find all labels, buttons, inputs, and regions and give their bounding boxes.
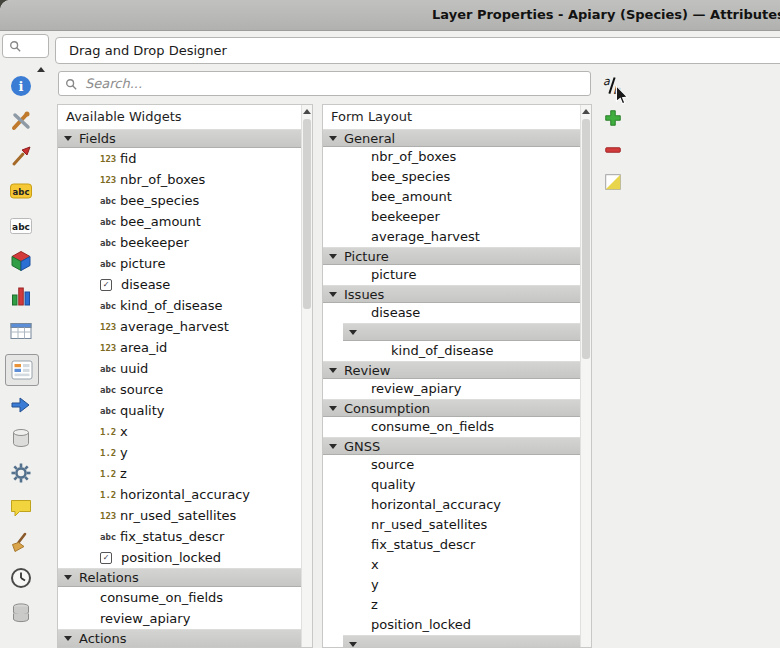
widget-item[interactable]: abcbee_species <box>58 190 302 211</box>
widget-item[interactable]: 1.2horizontal_accuracy <box>58 484 302 505</box>
form-field-item[interactable]: quality <box>323 475 581 495</box>
form-container-issues[interactable]: Issues <box>323 285 581 303</box>
widget-item[interactable]: 123nbr_of_boxes <box>58 169 302 190</box>
add-container-button[interactable] <box>601 106 625 130</box>
widget-item-label: average_harvest <box>120 319 229 334</box>
properties-tab-bar: iabcabc <box>0 64 50 648</box>
widget-item[interactable]: 1.2z <box>58 463 302 484</box>
available-widgets-scrollbar[interactable] <box>301 105 312 647</box>
widget-group-relations[interactable]: Relations <box>58 568 302 587</box>
variables-icon[interactable] <box>5 601 37 625</box>
widget-item[interactable]: abcbeekeeper <box>58 232 302 253</box>
form-field-item[interactable]: nbr_of_boxes <box>323 147 581 167</box>
titlebar[interactable]: Layer Properties - Apiary (Species) — At… <box>0 0 780 31</box>
form-container-unnamed[interactable] <box>343 323 581 341</box>
information-icon[interactable]: i <box>5 74 37 98</box>
widget-item[interactable]: abcsource <box>58 379 302 400</box>
form-field-item[interactable]: position_locked <box>323 615 581 635</box>
widget-item[interactable]: abcbee_amount <box>58 211 302 232</box>
widget-item[interactable]: abcpicture <box>58 253 302 274</box>
scrollbar-thumb[interactable] <box>582 119 590 359</box>
widget-item[interactable]: abcquality <box>58 400 302 421</box>
text-field-icon: abc <box>100 259 120 269</box>
form-layout-title: Form Layout <box>323 105 591 129</box>
widget-item-label: source <box>120 382 163 397</box>
widget-item-label: picture <box>120 256 165 271</box>
widget-item[interactable]: abckind_of_disease <box>58 295 302 316</box>
container-label: Issues <box>344 287 384 302</box>
widget-item[interactable]: 123fid <box>58 148 302 169</box>
form-field-item[interactable]: z <box>323 595 581 615</box>
form-field-item[interactable]: y <box>323 575 581 595</box>
temporal-icon[interactable] <box>5 566 37 590</box>
widget-item[interactable]: 123average_harvest <box>58 316 302 337</box>
form-field-item[interactable]: bee_species <box>323 167 581 187</box>
display-icon[interactable] <box>5 496 37 520</box>
form-container-review[interactable]: Review <box>323 361 581 379</box>
scroll-up-arrow-icon[interactable] <box>303 109 311 114</box>
form-container-picture[interactable]: Picture <box>323 247 581 265</box>
fields-icon[interactable] <box>5 319 37 343</box>
auxiliary-storage-icon[interactable] <box>5 426 37 450</box>
form-field-item[interactable]: kind_of_disease <box>323 341 581 361</box>
container-label: General <box>344 131 395 146</box>
form-container-gnss[interactable]: GNSS <box>323 437 581 455</box>
scroll-up-arrow-icon[interactable] <box>582 109 590 114</box>
source-icon[interactable] <box>5 109 37 133</box>
properties-filter-box[interactable] <box>2 34 49 58</box>
form-container-unnamed[interactable] <box>343 635 581 647</box>
form-container-general[interactable]: General <box>323 129 581 147</box>
boolean-field-icon: ✓ <box>100 552 112 564</box>
widget-item[interactable]: abcfix_status_descr <box>58 526 302 547</box>
3d-view-icon[interactable] <box>5 249 37 273</box>
form-layout-scrollbar[interactable] <box>580 105 591 647</box>
widget-item[interactable]: 123area_id <box>58 337 302 358</box>
search-input[interactable] <box>83 75 584 92</box>
form-field-item[interactable]: review_apiary <box>323 379 581 399</box>
form-field-item[interactable]: x <box>323 555 581 575</box>
form-field-item[interactable]: source <box>323 455 581 475</box>
form-field-item[interactable]: beekeeper <box>323 207 581 227</box>
scrollbar-thumb[interactable] <box>303 119 311 309</box>
remove-container-button[interactable] <box>601 138 625 162</box>
collapse-triangle-icon <box>64 575 72 580</box>
widget-item-label: position_locked <box>121 550 221 565</box>
widget-item[interactable]: review_apiary <box>58 608 302 629</box>
form-field-item[interactable]: fix_status_descr <box>323 535 581 555</box>
attributes-form-icon[interactable] <box>5 354 39 386</box>
masks-icon[interactable]: abc <box>5 214 37 238</box>
form-field-item[interactable]: bee_amount <box>323 187 581 207</box>
form-field-item[interactable]: disease <box>323 303 581 323</box>
svg-text:i: i <box>19 79 24 94</box>
joins-icon[interactable] <box>5 391 37 415</box>
widget-item[interactable]: consume_on_fields <box>58 587 302 608</box>
designer-mode-select[interactable]: Drag and Drop Designer <box>55 37 780 64</box>
form-field-item[interactable]: picture <box>323 265 581 285</box>
widget-item-label: uuid <box>120 361 148 376</box>
ab-alias-toggle-button[interactable]: ab <box>600 74 624 98</box>
text-field-icon: abc <box>100 196 120 206</box>
labels-icon[interactable]: abc <box>5 179 37 203</box>
symbology-icon[interactable] <box>5 144 37 168</box>
widget-item[interactable]: abcuuid <box>58 358 302 379</box>
text-field-icon: abc <box>100 364 120 374</box>
widget-group-fields[interactable]: Fields <box>58 129 302 148</box>
widget-item[interactable]: 1.2y <box>58 442 302 463</box>
widget-item[interactable]: 123nr_used_satellites <box>58 505 302 526</box>
widget-item[interactable]: 1.2x <box>58 421 302 442</box>
collapse-triangle-icon <box>349 330 357 335</box>
actions-icon[interactable] <box>5 461 37 485</box>
diagrams-icon[interactable] <box>5 284 37 308</box>
form-container-consumption[interactable]: Consumption <box>323 399 581 417</box>
sidebar-scroll-up-button[interactable] <box>37 67 45 72</box>
form-field-item[interactable]: nr_used_satellites <box>323 515 581 535</box>
collapse-triangle-icon <box>64 136 72 141</box>
widget-item[interactable]: ✓position_locked <box>58 547 302 568</box>
form-field-item[interactable]: consume_on_fields <box>323 417 581 437</box>
widget-group-actions[interactable]: Actions <box>58 629 302 647</box>
form-field-item[interactable]: horizontal_accuracy <box>323 495 581 515</box>
form-field-item[interactable]: average_harvest <box>323 227 581 247</box>
split-square-button[interactable] <box>601 170 625 194</box>
widget-item[interactable]: ✓disease <box>58 274 302 295</box>
rendering-icon[interactable] <box>5 531 37 555</box>
